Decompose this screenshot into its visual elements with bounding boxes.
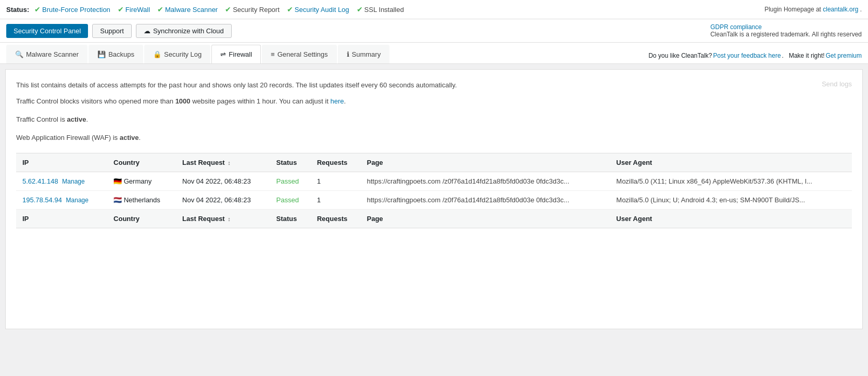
status-bar: Status: ✔ Brute-Force Protection ✔ FireW… <box>0 0 868 19</box>
ip-link[interactable]: 195.78.54.94 <box>22 196 62 204</box>
manage-link[interactable]: Manage <box>62 178 84 185</box>
status-label: Status: <box>6 6 29 14</box>
waf-status: active <box>120 134 139 141</box>
general-settings-icon: ≡ <box>271 50 275 58</box>
premium-question: Make it right! <box>789 52 825 59</box>
support-button[interactable]: Support <box>92 24 132 38</box>
country-name: Netherlands <box>124 196 160 204</box>
tf-page: Page <box>361 209 610 228</box>
td-page: https://craftingpoets.com /z0f76a1d14fd2… <box>361 172 610 190</box>
td-last-request: Nov 04 2022, 06:48:23 <box>176 172 270 190</box>
trademark-text: CleanTalk is a registered trademark. All… <box>710 31 862 38</box>
tab-backups[interactable]: 💾 Backups <box>89 45 143 63</box>
firewall-table: IP Country Last Request ↕ Status Request… <box>16 153 852 228</box>
country-flag: 🇩🇪 <box>114 177 122 185</box>
backups-icon: 💾 <box>97 50 106 58</box>
tf-ip: IP <box>16 209 107 228</box>
tf-requests: Requests <box>311 209 361 228</box>
info-row: This list contains details of access att… <box>16 80 852 91</box>
th-status: Status <box>270 153 311 172</box>
tab-firewall-label: Firewall <box>229 50 252 58</box>
tab-general-settings-label: General Settings <box>278 50 328 58</box>
th-ip: IP <box>16 153 107 172</box>
country-flag: 🇳🇱 <box>114 196 122 204</box>
table-row: 195.78.54.94 Manage 🇳🇱 Netherlands Nov 0… <box>16 190 852 209</box>
th-page: Page <box>361 153 610 172</box>
tab-security-log-label: Security Log <box>164 50 202 58</box>
tab-malware-label: Malware Scanner <box>26 50 79 58</box>
status-link-audit-log[interactable]: Security Audit Log <box>295 6 349 14</box>
status-item-security-report: ✔ Security Report <box>225 5 280 14</box>
status-item-audit-log: ✔ Security Audit Log <box>287 5 349 14</box>
th-last-request: Last Request ↕ <box>176 153 270 172</box>
waf-label: Web Application Firewall (WAF) is <box>16 134 120 141</box>
plugin-homepage-text: Plugin Homepage at <box>764 6 823 13</box>
firewall-content: This list contains details of access att… <box>5 69 863 329</box>
manage-link[interactable]: Manage <box>66 197 89 204</box>
status-link-firewall[interactable]: FireWall <box>125 6 150 14</box>
check-icon-malware: ✔ <box>157 5 163 14</box>
premium-link[interactable]: Get premium <box>826 52 862 59</box>
tab-firewall[interactable]: ⇌ Firewall <box>211 45 261 63</box>
td-status: Passed <box>270 190 311 209</box>
status-link-malware[interactable]: Malware Scanner <box>165 6 218 14</box>
traffic-active-end: . <box>86 115 88 123</box>
status-item-firewall: ✔ FireWall <box>118 5 150 14</box>
tab-summary[interactable]: ℹ Summary <box>338 45 390 63</box>
td-user-agent: Mozilla/5.0 (X11; Linux x86_64) AppleWeb… <box>610 172 852 190</box>
feedback-link[interactable]: Post your feedback here <box>713 52 781 59</box>
th-country: Country <box>107 153 176 172</box>
feedback-end: . <box>782 52 784 59</box>
traffic-control-here-link[interactable]: here <box>330 97 344 105</box>
td-requests: 1 <box>311 190 361 209</box>
td-status: Passed <box>270 172 311 190</box>
traffic-control-text1: Traffic Control blocks visitors who open… <box>16 97 175 105</box>
check-icon-audit-log: ✔ <box>287 5 293 14</box>
tab-summary-label: Summary <box>352 50 381 58</box>
sort-icon-footer[interactable]: ↕ <box>228 216 231 222</box>
tab-security-log[interactable]: 🔒 Security Log <box>144 45 210 63</box>
status-item-ssl: ✔ SSL Installed <box>357 5 404 14</box>
traffic-active-status: active <box>67 115 86 123</box>
td-ip: 5.62.41.148 Manage <box>16 172 107 190</box>
traffic-control-bold: 1000 <box>175 97 191 105</box>
waf-active-row: Web Application Firewall (WAF) is active… <box>16 133 852 144</box>
gdpr-link[interactable]: GDPR compliance <box>710 23 762 31</box>
tf-status: Status <box>270 209 311 228</box>
td-country: 🇩🇪 Germany <box>107 172 176 190</box>
send-logs-link[interactable]: Send logs <box>822 80 852 88</box>
td-last-request: Nov 04 2022, 06:48:23 <box>176 190 270 209</box>
plugin-homepage-period: . <box>860 6 862 13</box>
tf-last-request: Last Request ↕ <box>176 209 270 228</box>
ip-link[interactable]: 5.62.41.148 <box>22 177 58 185</box>
cloud-icon: ☁ <box>144 27 150 35</box>
sync-cloud-button[interactable]: ☁ Synchronize with Cloud <box>136 24 232 38</box>
status-passed: Passed <box>276 177 299 185</box>
main-content: This list contains details of access att… <box>0 64 868 334</box>
td-country: 🇳🇱 Netherlands <box>107 190 176 209</box>
tf-country: Country <box>107 209 176 228</box>
tab-general-settings[interactable]: ≡ General Settings <box>262 45 336 63</box>
check-icon-brute-force: ✔ <box>34 5 41 14</box>
sort-icon[interactable]: ↕ <box>228 160 231 166</box>
firewall-icon: ⇌ <box>220 50 226 58</box>
feedback-question: Do you like CleanTalk? <box>648 52 712 59</box>
td-requests: 1 <box>311 172 361 190</box>
check-icon-security-report: ✔ <box>225 5 231 14</box>
action-bar: Security Control Panel Support ☁ Synchro… <box>0 19 868 43</box>
check-icon-firewall: ✔ <box>118 5 124 14</box>
security-control-panel-button[interactable]: Security Control Panel <box>6 24 88 38</box>
td-ip: 195.78.54.94 Manage <box>16 190 107 209</box>
info-text: This list contains details of access att… <box>16 81 457 89</box>
summary-icon: ℹ <box>347 50 349 58</box>
sidebar-feedback: Do you like CleanTalk? Post your feedbac… <box>648 43 862 63</box>
status-link-brute-force[interactable]: Brute-Force Protection <box>42 6 110 14</box>
tf-user-agent: User Agent <box>610 209 852 228</box>
tab-malware-scanner[interactable]: 🔍 Malware Scanner <box>6 45 87 63</box>
status-item-malware: ✔ Malware Scanner <box>157 5 218 14</box>
malware-scanner-icon: 🔍 <box>15 50 23 58</box>
table-row: 5.62.41.148 Manage 🇩🇪 Germany Nov 04 202… <box>16 172 852 190</box>
traffic-control-text2: website pages within 1 hour. You can adj… <box>191 97 331 105</box>
plugin-homepage-link[interactable]: cleantalk.org <box>823 6 858 13</box>
traffic-active-row: Traffic Control is active. <box>16 114 852 125</box>
